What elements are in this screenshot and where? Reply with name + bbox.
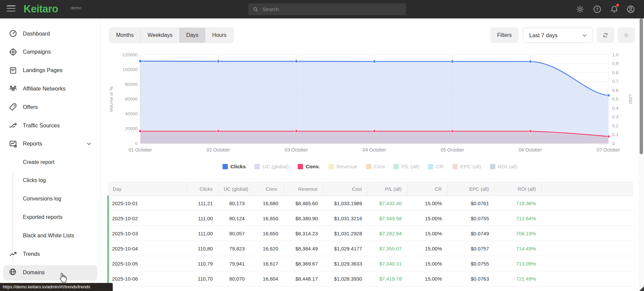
column-header[interactable]: UC (global) [218,182,250,196]
svg-text:20000: 20000 [125,126,138,131]
search-icon [252,6,259,13]
sidebar-subitem-create-report[interactable]: Create report [0,153,101,171]
sidebar-item-domains[interactable]: Domains [0,263,101,281]
tab-months[interactable]: Months [109,28,141,43]
table-cell: $0.0755 [447,211,494,226]
svg-text:05 October: 05 October [441,147,464,153]
sidebar-item-dashboard[interactable]: Dashboard [0,24,101,43]
sidebar-subitem-conversions-log[interactable]: Conversions log [0,190,101,208]
svg-text:03 October: 03 October [285,147,308,153]
svg-text:s: s [13,104,15,107]
table-cell: $1,963.34 [284,286,323,291]
trends-line-chart: 02000040000600008000010000012000000.10.2… [107,43,637,159]
svg-text:0.1: 0.1 [612,132,618,137]
column-header[interactable]: ROI (all) [494,182,541,196]
chart-settings-button[interactable] [617,27,635,43]
table-cell: $1,031.3216 [323,211,367,226]
legend-item-cr[interactable]: CR [428,164,443,170]
sidebar-item-reports[interactable]: Reports [0,135,101,153]
svg-text:40000: 40000 [125,111,138,116]
table-cell: 79,941 [218,256,250,271]
column-header[interactable]: Day [108,182,186,196]
app-logo: Keitaro [23,3,58,15]
table-cell: $1,913.62 [367,286,407,291]
column-header[interactable]: Cost [323,182,367,196]
table-cell: $527.8990 [323,286,367,291]
legend-item-p-l-all-[interactable]: P/L (all) [393,164,419,170]
refresh-button[interactable] [597,27,614,43]
date-range-select[interactable]: Last 7 days [523,27,593,43]
legend-item-clicks[interactable]: Clicks [222,164,246,170]
svg-text:100000: 100000 [122,67,138,72]
search-bar[interactable] [248,3,406,15]
trends-table: DayClicksUC (global)Conv.RevenueCostP/L … [107,182,633,291]
column-header[interactable]: Conv. [250,182,284,196]
sidebar-item-trends[interactable]: Trends [0,245,101,263]
svg-text:80000: 80000 [125,82,138,87]
search-input[interactable] [262,6,397,12]
column-header[interactable]: P/L (all) [367,182,407,196]
svg-text:0.9: 0.9 [612,61,618,66]
table-row: 2025-10-03111,0080,05716,650$8,314.23$1,… [108,226,633,241]
tab-hours[interactable]: Hours [205,28,233,43]
sidebar-item-affiliate[interactable]: Affiliate Networks [0,79,101,98]
sidebar-subitem-exported-reports[interactable]: Exported reports [0,208,101,226]
table-cell: 110,79 [186,256,218,271]
column-header[interactable]: CR [407,182,447,196]
sidebar-item-traffic[interactable]: Traffic Sources [0,116,101,134]
hamburger-menu-icon[interactable] [7,5,15,13]
page-scrollbar[interactable] [639,18,644,291]
gear-icon[interactable] [576,5,585,14]
sidebar-subitem-black-and-white-lists[interactable]: Black and White Lists [0,227,101,245]
legend-item-revenue[interactable]: Revenue [329,164,357,170]
legend-item-cost[interactable]: Cost [366,164,385,170]
table-cell: $7,432.40 [367,196,407,211]
svg-text:06 October: 06 October [519,147,542,153]
table-cell: 2025-10-02 [108,211,186,226]
table-cell: 706.19% [494,226,541,241]
legend-swatch [222,164,228,169]
user-icon[interactable] [626,5,635,14]
svg-text:0: 0 [135,141,138,146]
table-cell: $0.0761 [447,196,494,211]
legend-item-conv-[interactable]: Conv. [298,164,320,170]
table-cell: $8,384.49 [284,241,323,256]
chevron-down-icon [86,141,92,147]
table-cell: $0.0757 [447,241,494,256]
svg-text:0.6: 0.6 [612,88,618,93]
tab-days[interactable]: Days [180,28,205,43]
table-cell: 16,617 [250,256,284,271]
legend-item-uc-global-[interactable]: UC (global) [254,164,289,170]
filters-button[interactable]: Filters [490,27,518,43]
column-header[interactable]: Clicks [186,182,218,196]
scrollbar-thumb[interactable] [640,18,643,154]
legend-item-roi-all-[interactable]: ROI (all) [490,164,517,170]
table-cell: 721.49% [494,271,541,286]
svg-text:Volume or %: Volume or % [109,86,114,112]
table-cell: 15.00% [407,226,447,241]
sidebar-subitem-clicks-log[interactable]: Clicks log [0,171,101,189]
table-cell: $7,419.78 [367,271,407,286]
refresh-icon [602,32,609,39]
table-cell: 16,650 [250,211,284,226]
sidebar-item-landings[interactable]: Landings Pages [0,61,101,79]
table-row: 2025-10-02111,0080,12416,650$8,380.90$1,… [108,211,633,226]
sidebar-item-campaigns[interactable]: Campaigns [0,43,101,61]
dashboard-icon [9,29,17,38]
table-cell: 714.49% [494,241,541,256]
tab-weekdays[interactable]: Weekdays [141,28,179,43]
table-cell: 80,124 [218,211,250,226]
table-row: 2025-10-0744,4344,4576,648$1,963.34$527.… [108,286,633,291]
table-cell: 719.36% [494,196,541,211]
legend-swatch [393,164,399,169]
table-cell: $0.0755 [447,256,494,271]
column-header[interactable]: EPC (all) [447,182,494,196]
help-icon[interactable]: ? [593,5,602,14]
legend-swatch [298,164,303,169]
reports-icon [9,139,17,148]
legend-item-epc-all-[interactable]: EPC (all) [452,164,481,170]
sidebar-item-offers[interactable]: s Offers [0,98,101,116]
chart-legend: Clicks UC (global) Conv. Revenue Cost P/… [107,164,633,170]
top-bar: Keitaro demo ? [0,0,644,18]
column-header[interactable]: Revenue [284,182,323,196]
